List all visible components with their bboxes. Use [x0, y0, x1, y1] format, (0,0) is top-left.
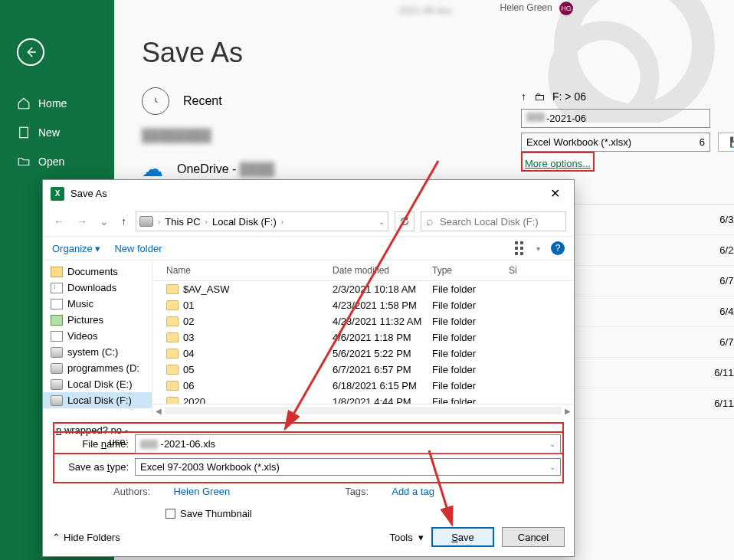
page-title: Save As [142, 37, 706, 69]
folder-name: 05 [183, 364, 194, 375]
close-button[interactable]: ✕ [543, 186, 566, 201]
tags-value[interactable]: Add a tag [392, 486, 434, 497]
sidebar-home[interactable]: Home [0, 89, 114, 118]
refresh-icon [399, 216, 410, 227]
horizontal-scrollbar[interactable]: ◀ ▶ [152, 404, 574, 417]
tree-item[interactable]: Local Disk (E:) [43, 376, 152, 392]
folder-name: 04 [183, 348, 194, 359]
save-button[interactable]: Save [431, 527, 494, 547]
folder-row[interactable]: 045/6/2021 5:22 PMFile folder [152, 345, 574, 362]
search-input[interactable] [438, 215, 561, 228]
save-panel: ↑ 🗀 F: > 06 -2021-06 Excel Workbook (*.x… [521, 90, 734, 172]
folder-icon [166, 332, 179, 342]
filename-input[interactable] [159, 437, 549, 450]
excel-icon: X [51, 187, 64, 201]
folder-name: 2020 [183, 396, 205, 404]
folder-tree: DocumentsDownloadsMusicPicturesVideossys… [43, 260, 152, 417]
folder-row[interactable]: 066/18/2021 6:15 PMFile folder [152, 378, 574, 394]
tree-icon [51, 283, 63, 293]
tree-item[interactable]: Pictures [43, 312, 152, 328]
breadcrumb[interactable]: › This PC › Local Disk (F:) › ⌄ [136, 211, 388, 231]
save-as-dialog: X Save As ✕ ← → ⌄ ↑ › This PC › Local Di… [42, 179, 575, 557]
column-name[interactable]: Name [152, 265, 333, 276]
tree-item[interactable]: Downloads [43, 280, 152, 296]
folder-type: File folder [432, 283, 509, 295]
bg-date: 6/2/2021 4:38 PM [719, 244, 734, 256]
dialog-title: Save As [70, 188, 107, 199]
sidebar-open[interactable]: Open [0, 147, 114, 176]
tree-icon [51, 315, 63, 326]
more-options-link[interactable]: More options... [525, 158, 591, 169]
tree-icon [51, 395, 63, 406]
tree-item[interactable]: programmes (D: [43, 360, 152, 376]
tags-label: Tags: [345, 486, 369, 497]
up-icon[interactable]: ↑ [521, 90, 526, 103]
scroll-left-icon[interactable]: ◀ [156, 407, 162, 415]
tools-dropdown[interactable]: Tools ▾ [389, 532, 424, 543]
folder-date: 2/3/2021 10:18 AM [333, 283, 432, 295]
folder-name: 03 [183, 332, 194, 343]
folder-type: File folder [432, 396, 509, 404]
folder-row[interactable]: 024/23/2021 11:32 AMFile folder [152, 313, 574, 329]
refresh-button[interactable] [395, 211, 415, 231]
sidebar-open-label: Open [38, 156, 64, 168]
column-type[interactable]: Type [432, 265, 509, 276]
chevron-up-icon: ⌃ [52, 532, 61, 543]
hide-folders-button[interactable]: ⌃ Hide Folders [52, 532, 120, 543]
folder-name: 01 [183, 300, 194, 311]
breadcrumb-drive[interactable]: Local Disk (F:) [209, 216, 280, 228]
savetype-value: Excel 97-2003 Workbook (*.xls) [140, 461, 280, 473]
tree-label: Videos [67, 330, 98, 342]
filename-field[interactable]: ⌄ [135, 434, 561, 454]
nav-up[interactable]: ↑ [118, 214, 129, 229]
folder-date: 5/6/2021 5:22 PM [333, 348, 432, 359]
nav-back[interactable]: ← [51, 214, 67, 229]
organize-button[interactable]: Organize ▾ [52, 243, 100, 254]
filetype-select[interactable]: Excel Workbook (*.xlsx) 6 [521, 133, 710, 152]
column-size[interactable]: Si [509, 265, 574, 276]
back-button[interactable] [17, 38, 44, 66]
save-button-backstage[interactable]: 💾 Save [718, 133, 734, 152]
folder-row[interactable]: 056/7/2021 6:57 PMFile folder [152, 362, 574, 378]
folder-row[interactable]: 20201/8/2021 4:44 PMFile folder [152, 394, 574, 404]
authors-value[interactable]: Helen Green [173, 486, 230, 497]
column-date[interactable]: Date modified [333, 265, 432, 276]
view-dropdown-icon[interactable]: ▾ [536, 244, 540, 253]
folder-row[interactable]: $AV_ASW2/3/2021 10:18 AMFile folder [152, 281, 574, 297]
folder-date: 6/7/2021 6:57 PM [333, 364, 432, 375]
bg-date: 6/7/2021 6:58 PM [719, 336, 734, 348]
tree-item[interactable]: Local Disk (F:) [43, 392, 152, 408]
tree-item[interactable]: Music [43, 296, 152, 312]
folder-row[interactable]: 034/6/2021 1:18 PMFile folder [152, 329, 574, 345]
sidebar-new[interactable]: New [0, 118, 114, 147]
tree-label: Local Disk (E:) [67, 378, 133, 390]
tree-item[interactable]: Videos [43, 328, 152, 344]
scroll-right-icon[interactable]: ▶ [565, 407, 571, 415]
folder-type: File folder [432, 300, 509, 311]
nav-forward[interactable]: → [74, 214, 90, 229]
nav-dropdown[interactable]: ⌄ [97, 214, 112, 229]
new-icon [17, 126, 31, 139]
savetype-field[interactable]: Excel 97-2003 Workbook (*.xls)⌄ [135, 458, 561, 476]
folder-icon [166, 316, 179, 326]
drive-icon [139, 216, 153, 227]
breadcrumb-pc[interactable]: This PC [162, 216, 203, 228]
thumbnail-checkbox[interactable] [165, 509, 175, 519]
tree-icon [51, 379, 63, 390]
filename-input[interactable]: -2021-06 [521, 109, 710, 128]
folder-row[interactable]: 014/23/2021 1:58 PMFile folder [152, 297, 574, 313]
breadcrumb-dropdown-icon[interactable]: ⌄ [378, 218, 385, 226]
view-button[interactable] [515, 241, 526, 255]
clock-icon [142, 87, 169, 115]
user-badge[interactable]: HG [559, 2, 573, 15]
help-icon[interactable]: ? [551, 241, 565, 255]
search-box[interactable]: ⌕ [421, 211, 566, 231]
folder-name: 06 [183, 380, 194, 391]
svg-rect-0 [20, 127, 28, 138]
new-folder-button[interactable]: New folder [114, 243, 162, 254]
cancel-button[interactable]: Cancel [502, 527, 565, 547]
tree-item[interactable]: system (C:) [43, 344, 152, 360]
home-icon [17, 97, 31, 110]
tree-item[interactable]: Documents [43, 264, 152, 280]
folder-icon[interactable]: 🗀 [534, 90, 545, 103]
